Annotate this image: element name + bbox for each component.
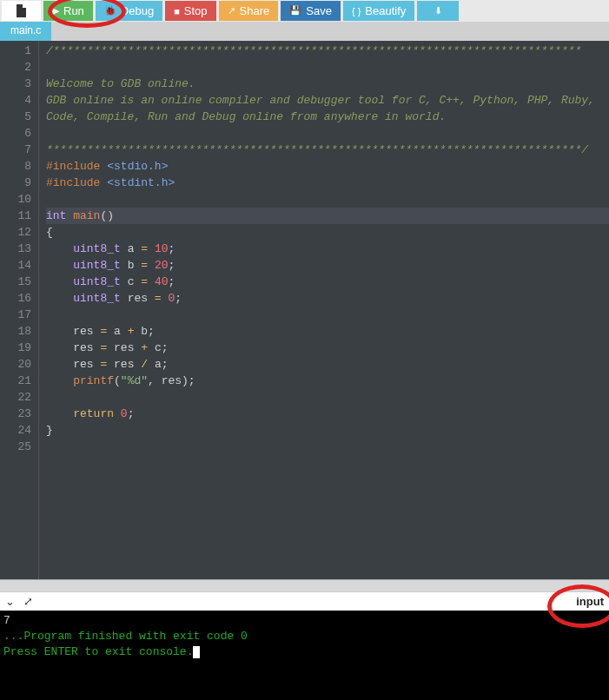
console-header: ⌄ ⤢ input <box>0 591 609 611</box>
expand-icon[interactable]: ⤢ <box>23 595 33 608</box>
share-label: Share <box>240 4 270 17</box>
beautify-label: Beautify <box>365 4 406 17</box>
console-cursor <box>193 646 200 658</box>
toolbar: ▶Run 🐞Debug ■Stop ↗Share 💾Save { }Beauti… <box>0 0 609 22</box>
console-finished: ...Program finished with exit code 0 <box>3 629 606 644</box>
play-icon: ▶ <box>52 5 59 17</box>
code-editor[interactable]: 1234567891011121314151617181920212223242… <box>0 41 609 579</box>
download-button[interactable]: ⬇ <box>417 1 459 21</box>
share-icon: ↗ <box>228 5 235 17</box>
chevron-down-icon[interactable]: ⌄ <box>5 595 15 608</box>
braces-icon: { } <box>352 6 361 17</box>
file-tabs: main.c <box>0 22 609 41</box>
save-icon: 💾 <box>289 5 301 17</box>
stop-label: Stop <box>184 4 208 17</box>
debug-label: Debug <box>121 4 154 17</box>
download-icon: ⬇ <box>434 5 442 17</box>
console-prompt: Press ENTER to exit console. <box>3 644 606 660</box>
input-tab[interactable]: input <box>576 595 604 608</box>
share-button[interactable]: ↗Share <box>219 1 279 21</box>
code-area[interactable]: /***************************************… <box>39 41 609 579</box>
horizontal-scrollbar[interactable] <box>0 579 609 591</box>
console-output[interactable]: 7 ...Program finished with exit code 0 P… <box>0 611 609 700</box>
run-label: Run <box>63 4 84 17</box>
line-gutter: 1234567891011121314151617181920212223242… <box>0 41 39 579</box>
debug-button[interactable]: 🐞Debug <box>96 1 162 21</box>
new-file-icon[interactable] <box>2 1 41 21</box>
program-output: 7 <box>3 613 606 629</box>
save-label: Save <box>306 4 332 17</box>
stop-icon: ■ <box>174 6 180 17</box>
beautify-button[interactable]: { }Beautify <box>343 1 414 21</box>
tab-main-c[interactable]: main.c <box>0 22 51 41</box>
bug-icon: 🐞 <box>104 5 116 17</box>
run-button[interactable]: ▶Run <box>43 1 93 21</box>
save-button[interactable]: 💾Save <box>281 1 341 21</box>
stop-button[interactable]: ■Stop <box>165 1 215 21</box>
